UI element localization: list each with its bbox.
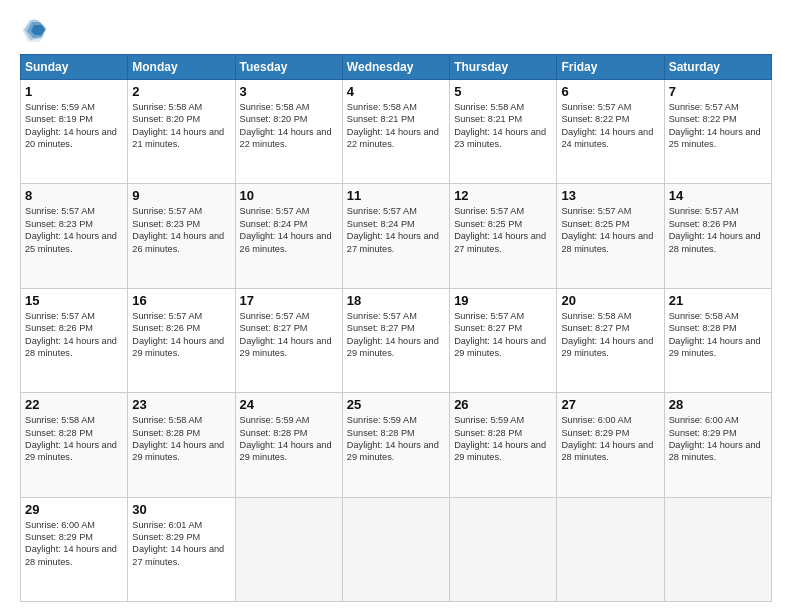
calendar-day-cell: 15 Sunrise: 5:57 AM Sunset: 8:26 PM Dayl… [21,288,128,392]
calendar-day-cell [664,497,771,601]
calendar-day-cell: 6 Sunrise: 5:57 AM Sunset: 8:22 PM Dayli… [557,80,664,184]
day-number: 4 [347,84,445,99]
day-info: Sunrise: 5:58 AM Sunset: 8:28 PM Dayligh… [132,414,230,464]
day-number: 3 [240,84,338,99]
calendar-day-cell: 21 Sunrise: 5:58 AM Sunset: 8:28 PM Dayl… [664,288,771,392]
calendar-day-cell: 5 Sunrise: 5:58 AM Sunset: 8:21 PM Dayli… [450,80,557,184]
calendar-day-cell: 7 Sunrise: 5:57 AM Sunset: 8:22 PM Dayli… [664,80,771,184]
day-info: Sunrise: 5:57 AM Sunset: 8:26 PM Dayligh… [669,205,767,255]
calendar-day-cell: 20 Sunrise: 5:58 AM Sunset: 8:27 PM Dayl… [557,288,664,392]
calendar-day-cell: 8 Sunrise: 5:57 AM Sunset: 8:23 PM Dayli… [21,184,128,288]
day-info: Sunrise: 5:57 AM Sunset: 8:26 PM Dayligh… [132,310,230,360]
logo [20,16,52,44]
day-number: 25 [347,397,445,412]
day-number: 13 [561,188,659,203]
day-number: 28 [669,397,767,412]
calendar-day-cell [235,497,342,601]
day-number: 8 [25,188,123,203]
calendar-day-cell: 10 Sunrise: 5:57 AM Sunset: 8:24 PM Dayl… [235,184,342,288]
calendar-day-cell: 11 Sunrise: 5:57 AM Sunset: 8:24 PM Dayl… [342,184,449,288]
day-number: 5 [454,84,552,99]
day-info: Sunrise: 5:57 AM Sunset: 8:22 PM Dayligh… [561,101,659,151]
calendar-day-cell: 24 Sunrise: 5:59 AM Sunset: 8:28 PM Dayl… [235,393,342,497]
day-number: 26 [454,397,552,412]
day-info: Sunrise: 5:58 AM Sunset: 8:21 PM Dayligh… [454,101,552,151]
calendar-day-cell: 25 Sunrise: 5:59 AM Sunset: 8:28 PM Dayl… [342,393,449,497]
calendar-header-row: SundayMondayTuesdayWednesdayThursdayFrid… [21,55,772,80]
weekday-header: Monday [128,55,235,80]
calendar-day-cell: 26 Sunrise: 5:59 AM Sunset: 8:28 PM Dayl… [450,393,557,497]
day-info: Sunrise: 5:57 AM Sunset: 8:25 PM Dayligh… [561,205,659,255]
day-info: Sunrise: 5:59 AM Sunset: 8:28 PM Dayligh… [454,414,552,464]
weekday-header: Sunday [21,55,128,80]
day-info: Sunrise: 6:00 AM Sunset: 8:29 PM Dayligh… [25,519,123,569]
calendar-day-cell [342,497,449,601]
day-number: 11 [347,188,445,203]
day-info: Sunrise: 5:57 AM Sunset: 8:26 PM Dayligh… [25,310,123,360]
day-info: Sunrise: 5:59 AM Sunset: 8:28 PM Dayligh… [240,414,338,464]
calendar-day-cell: 13 Sunrise: 5:57 AM Sunset: 8:25 PM Dayl… [557,184,664,288]
calendar-day-cell: 12 Sunrise: 5:57 AM Sunset: 8:25 PM Dayl… [450,184,557,288]
page: SundayMondayTuesdayWednesdayThursdayFrid… [0,0,792,612]
calendar-day-cell: 2 Sunrise: 5:58 AM Sunset: 8:20 PM Dayli… [128,80,235,184]
weekday-header: Saturday [664,55,771,80]
calendar-day-cell: 28 Sunrise: 6:00 AM Sunset: 8:29 PM Dayl… [664,393,771,497]
calendar-week-row: 15 Sunrise: 5:57 AM Sunset: 8:26 PM Dayl… [21,288,772,392]
calendar-day-cell: 16 Sunrise: 5:57 AM Sunset: 8:26 PM Dayl… [128,288,235,392]
day-number: 24 [240,397,338,412]
day-info: Sunrise: 6:00 AM Sunset: 8:29 PM Dayligh… [561,414,659,464]
calendar-day-cell: 19 Sunrise: 5:57 AM Sunset: 8:27 PM Dayl… [450,288,557,392]
weekday-header: Friday [557,55,664,80]
day-info: Sunrise: 5:58 AM Sunset: 8:20 PM Dayligh… [240,101,338,151]
calendar-day-cell: 3 Sunrise: 5:58 AM Sunset: 8:20 PM Dayli… [235,80,342,184]
calendar-week-row: 22 Sunrise: 5:58 AM Sunset: 8:28 PM Dayl… [21,393,772,497]
day-number: 14 [669,188,767,203]
day-number: 2 [132,84,230,99]
day-number: 20 [561,293,659,308]
calendar-day-cell: 22 Sunrise: 5:58 AM Sunset: 8:28 PM Dayl… [21,393,128,497]
day-info: Sunrise: 5:58 AM Sunset: 8:20 PM Dayligh… [132,101,230,151]
calendar-day-cell: 4 Sunrise: 5:58 AM Sunset: 8:21 PM Dayli… [342,80,449,184]
weekday-header: Tuesday [235,55,342,80]
day-info: Sunrise: 5:57 AM Sunset: 8:23 PM Dayligh… [132,205,230,255]
day-number: 15 [25,293,123,308]
day-number: 12 [454,188,552,203]
day-info: Sunrise: 5:58 AM Sunset: 8:28 PM Dayligh… [669,310,767,360]
calendar-week-row: 1 Sunrise: 5:59 AM Sunset: 8:19 PM Dayli… [21,80,772,184]
day-info: Sunrise: 6:01 AM Sunset: 8:29 PM Dayligh… [132,519,230,569]
day-number: 9 [132,188,230,203]
calendar-table: SundayMondayTuesdayWednesdayThursdayFrid… [20,54,772,602]
day-number: 1 [25,84,123,99]
calendar-day-cell: 1 Sunrise: 5:59 AM Sunset: 8:19 PM Dayli… [21,80,128,184]
weekday-header: Thursday [450,55,557,80]
day-info: Sunrise: 5:57 AM Sunset: 8:27 PM Dayligh… [454,310,552,360]
header [20,16,772,44]
day-info: Sunrise: 5:58 AM Sunset: 8:27 PM Dayligh… [561,310,659,360]
day-info: Sunrise: 5:57 AM Sunset: 8:24 PM Dayligh… [240,205,338,255]
day-number: 22 [25,397,123,412]
day-number: 10 [240,188,338,203]
day-info: Sunrise: 5:58 AM Sunset: 8:21 PM Dayligh… [347,101,445,151]
day-number: 16 [132,293,230,308]
day-info: Sunrise: 5:57 AM Sunset: 8:25 PM Dayligh… [454,205,552,255]
calendar-day-cell: 27 Sunrise: 6:00 AM Sunset: 8:29 PM Dayl… [557,393,664,497]
weekday-header: Wednesday [342,55,449,80]
day-info: Sunrise: 5:57 AM Sunset: 8:24 PM Dayligh… [347,205,445,255]
calendar-day-cell: 18 Sunrise: 5:57 AM Sunset: 8:27 PM Dayl… [342,288,449,392]
day-info: Sunrise: 6:00 AM Sunset: 8:29 PM Dayligh… [669,414,767,464]
calendar-day-cell: 17 Sunrise: 5:57 AM Sunset: 8:27 PM Dayl… [235,288,342,392]
day-info: Sunrise: 5:57 AM Sunset: 8:23 PM Dayligh… [25,205,123,255]
day-number: 7 [669,84,767,99]
day-number: 19 [454,293,552,308]
day-number: 17 [240,293,338,308]
calendar-week-row: 29 Sunrise: 6:00 AM Sunset: 8:29 PM Dayl… [21,497,772,601]
calendar-day-cell: 30 Sunrise: 6:01 AM Sunset: 8:29 PM Dayl… [128,497,235,601]
day-number: 18 [347,293,445,308]
calendar-week-row: 8 Sunrise: 5:57 AM Sunset: 8:23 PM Dayli… [21,184,772,288]
day-number: 6 [561,84,659,99]
day-number: 30 [132,502,230,517]
day-info: Sunrise: 5:59 AM Sunset: 8:19 PM Dayligh… [25,101,123,151]
calendar-day-cell: 23 Sunrise: 5:58 AM Sunset: 8:28 PM Dayl… [128,393,235,497]
calendar-day-cell [450,497,557,601]
calendar-day-cell: 9 Sunrise: 5:57 AM Sunset: 8:23 PM Dayli… [128,184,235,288]
